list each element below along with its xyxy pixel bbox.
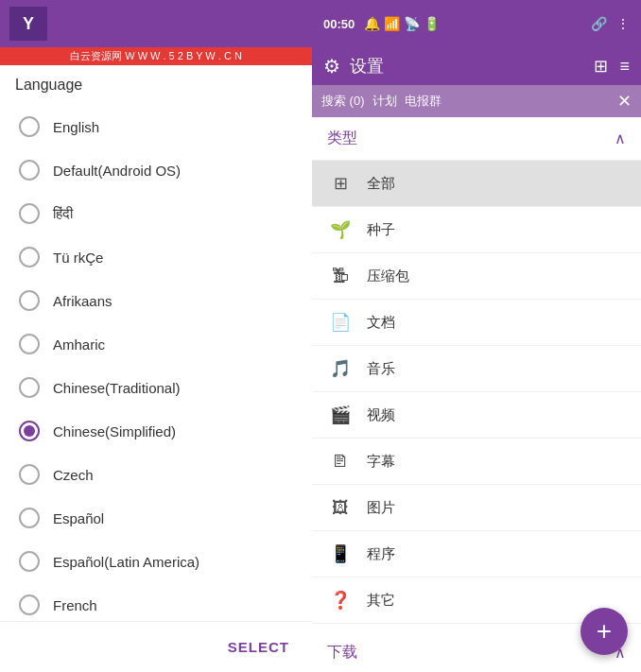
magnet-icon[interactable]: 🔗 [591,16,607,31]
radio-espanol [19,508,40,528]
type-icon-all: ⊞ [327,170,354,197]
type-icon-archive: 🗜 [327,263,354,289]
language-item-chinese-traditional[interactable]: Chinese(Traditional) [0,366,312,409]
radio-inner-chinese-simplified [24,425,35,437]
settings-title: 设置 [350,55,584,78]
right-time: 00:50 [323,17,355,31]
settings-bar-icons: ⊞ ≡ [594,56,630,77]
type-list: ⊞全部🌱种子🗜压缩包📄文档🎵音乐🎬视频🖹字幕🖼图片📱程序❓其它 [312,161,641,624]
language-label-hindi: हिंदी [53,205,73,222]
gear-icon: ⚙ [323,55,340,78]
type-icon-music: 🎵 [327,355,354,382]
right-content: 类型 ∧ ⊞全部🌱种子🗜压缩包📄文档🎵音乐🎬视频🖹字幕🖼图片📱程序❓其它 下载 … [312,117,641,672]
radio-amharic [19,334,40,354]
radio-default-android [19,160,40,181]
type-label-app: 程序 [367,545,395,563]
language-item-hindi[interactable]: हिंदी [0,192,312,235]
settings-bar: ⚙ 设置 ⊞ ≡ [312,47,641,85]
language-item-chinese-simplified[interactable]: Chinese(Simplified) [0,409,312,453]
radio-french [19,594,40,615]
language-label-espanol-latin: Español(Latin America) [53,554,199,570]
select-button[interactable]: SELECT [220,633,297,661]
type-section-header: 类型 ∧ [312,117,641,161]
right-header: 00:50 🔔 📶 📡 🔋 🔗 ⋮ [312,0,641,47]
type-icon-image: 🖼 [327,494,354,521]
radio-czech [19,464,40,485]
left-panel: Y 白云资源网 W W W . 5 2 B Y W . C N Language… [0,0,312,672]
type-icon-subtitle: 🖹 [327,448,354,474]
filter-search-text: 搜索 (0) [321,93,365,110]
fab-button[interactable]: + [580,608,628,655]
language-label-turkish: Tü rkÇe [53,250,103,266]
language-item-espanol[interactable]: Español [0,496,312,540]
type-label-other: 其它 [367,592,395,610]
radio-espanol-latin [19,551,40,572]
type-label-subtitle: 字幕 [367,453,395,471]
radio-afrikaans [19,290,40,311]
close-filter-icon[interactable]: ✕ [617,91,632,112]
filter-plan-text: 计划 [372,93,397,110]
type-icon-other: ❓ [327,587,354,613]
language-item-amharic[interactable]: Amharic [0,322,312,366]
watermark-banner: 白云资源网 W W W . 5 2 B Y W . C N [0,47,312,65]
language-item-english[interactable]: English [0,105,312,148]
language-item-afrikaans[interactable]: Afrikaans [0,279,312,322]
left-footer: SELECT [0,621,312,672]
language-item-turkish[interactable]: Tü rkÇe [0,235,312,279]
filter-bar: 搜索 (0) 计划 电报群 ✕ [312,85,641,117]
radio-turkish [19,247,40,267]
type-item-subtitle[interactable]: 🖹字幕 [312,439,641,485]
type-icon-science: 🌱 [327,216,354,243]
wifi-icon: 📡 [404,16,420,31]
type-item-music[interactable]: 🎵音乐 [312,346,641,392]
language-label-afrikaans: Afrikaans [53,293,113,309]
type-label-all: 全部 [367,175,395,193]
filter-keyword-label: 电报群 [405,93,442,110]
type-icon-video: 🎬 [327,402,354,428]
radio-chinese-simplified [19,421,40,441]
list-icon[interactable]: ≡ [619,57,630,77]
download-section-title: 下载 [327,643,357,663]
radio-hindi [19,203,40,224]
language-item-default-android[interactable]: Default(Android OS) [0,148,312,192]
grid-icon[interactable]: ⊞ [594,56,608,77]
more-icon[interactable]: ⋮ [616,16,630,31]
language-label-chinese-simplified: Chinese(Simplified) [53,423,176,439]
type-label-archive: 压缩包 [367,267,409,285]
notification-icon: 🔔 [364,16,380,31]
type-item-science[interactable]: 🌱种子 [312,207,641,253]
language-label-espanol: Español [53,510,104,526]
language-label-chinese-traditional: Chinese(Traditional) [53,380,181,396]
type-chevron-icon[interactable]: ∧ [615,129,626,147]
language-label-czech: Czech [53,467,94,483]
language-item-french[interactable]: French [0,583,312,621]
type-section-title: 类型 [327,129,357,148]
type-item-archive[interactable]: 🗜压缩包 [312,253,641,300]
app-logo: Y [9,7,47,41]
language-list: EnglishDefault(Android OS)हिंदीTü rkÇeAf… [0,101,312,621]
type-item-video[interactable]: 🎬视频 [312,392,641,439]
status-icons: 🔔 📶 📡 🔋 [364,16,440,31]
type-item-app[interactable]: 📱程序 [312,531,641,577]
right-panel: 00:50 🔔 📶 📡 🔋 🔗 ⋮ ⚙ 设置 ⊞ ≡ 搜索 (0) 计划 电报群… [312,0,641,672]
type-item-all[interactable]: ⊞全部 [312,161,641,207]
type-label-video: 视频 [367,406,395,424]
language-label-default-android: Default(Android OS) [53,163,181,179]
battery-icon: 🔋 [424,16,440,31]
left-header: Y [0,0,312,47]
type-label-science: 种子 [367,221,395,239]
signal-icon: 📶 [384,16,400,31]
type-label-image: 图片 [367,499,395,517]
radio-english [19,116,40,137]
type-label-document: 文档 [367,314,395,332]
language-item-espanol-latin[interactable]: Español(Latin America) [0,540,312,583]
language-title: Language [0,65,312,101]
radio-chinese-traditional [19,377,40,398]
language-label-amharic: Amharic [53,336,105,353]
language-label-french: French [53,597,97,613]
type-item-image[interactable]: 🖼图片 [312,485,641,531]
type-label-music: 音乐 [367,360,395,378]
type-item-document[interactable]: 📄文档 [312,300,641,346]
type-icon-app: 📱 [327,541,354,567]
language-item-czech[interactable]: Czech [0,453,312,496]
